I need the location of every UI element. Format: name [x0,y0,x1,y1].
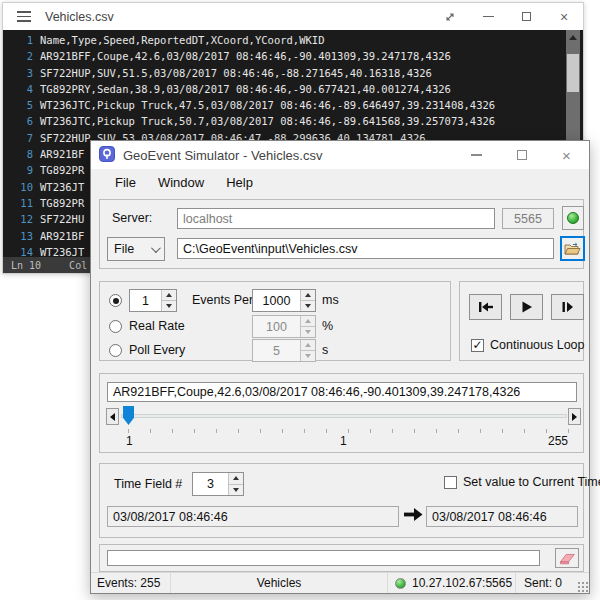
line-number: 5 [3,97,33,113]
poll-unit-label: s [322,343,328,357]
time-to-input[interactable]: 03/08/2017 08:46:46 [426,506,578,527]
event-slider-track[interactable] [121,414,567,418]
spin-down-icon[interactable] [162,301,176,311]
server-host-input[interactable]: localhost [177,208,495,229]
geoevent-simulator-window: GeoEvent Simulator - Vehicles.csv × File… [90,140,590,594]
sim-status-bar: Events: 255 Vehicles 10.27.102.67:5565 S… [91,572,589,593]
maximize-icon[interactable] [499,141,544,169]
arrow-right-icon [404,508,423,524]
set-current-time-checkbox[interactable] [444,476,457,489]
menu-help[interactable]: Help [215,172,264,193]
spin-up-icon[interactable] [229,473,243,485]
line-text: SF722HUP,SUV,51.5,03/08/2017 08:46:46,-8… [40,65,432,81]
status-address: 10.27.102.67:5565 [412,576,512,590]
server-port-input[interactable]: 5565 [502,208,554,229]
csv-line: 5WT236JTC,Pickup Truck,47.5,03/08/2017 0… [3,97,583,113]
play-icon [521,301,533,313]
minimize-icon[interactable] [481,10,495,24]
line-text: AR921BFF,Coupe,42.6,03/08/2017 08:46:46,… [40,48,451,64]
status-events: Events: 255 [91,573,171,593]
csv-line: 4TG892PRY,Sedan,38.9,03/08/2017 08:46:46… [3,81,583,97]
clear-button[interactable] [555,548,579,568]
source-type-dropdown[interactable]: File [107,237,165,261]
line-number: 4 [3,81,33,97]
maximize-icon[interactable] [519,10,533,24]
csv-line: 2AR921BFF,Coupe,42.6,03/08/2017 08:46:46… [3,48,583,64]
step-forward-button[interactable] [551,294,584,320]
csv-window-title: Vehicles.csv [45,10,114,24]
time-from-input[interactable]: 03/08/2017 08:46:46 [107,506,399,527]
current-event-input[interactable]: AR921BFF,Coupe,42.6,03/08/2017 08:46:46,… [107,382,577,402]
slider-left-button[interactable] [106,408,119,425]
line-text: WT236JT [40,179,84,195]
chevron-down-icon [151,243,161,253]
interval-spinner[interactable]: 1000 [252,289,316,312]
skip-to-start-button[interactable] [469,294,502,320]
line-number: 10 [3,179,33,195]
resize-grip[interactable] [577,581,589,593]
spin-up-icon[interactable] [301,290,315,301]
triangle-right-icon [572,413,577,421]
slider-right-button[interactable] [568,408,581,425]
play-button[interactable] [510,294,543,320]
sim-window-controls: × [454,141,589,169]
hamburger-menu-icon[interactable] [17,11,31,22]
minimize-icon[interactable] [454,141,499,169]
connected-icon [567,212,579,224]
poll-spinner: 5 [252,339,316,362]
poll-every-radio[interactable] [109,344,122,357]
connected-icon [395,578,406,589]
interval-unit-label: ms [322,293,339,307]
line-number: 8 [3,146,33,162]
expand-icon[interactable] [443,10,457,24]
real-rate-radio[interactable] [109,320,122,333]
line-text: TG892PR [40,162,84,178]
spin-down-icon[interactable] [301,301,315,311]
geoevent-logo-icon [99,146,115,165]
spin-up-icon[interactable] [162,290,176,301]
browse-file-button[interactable] [560,236,585,261]
skip-to-start-icon [478,301,494,313]
set-current-time-label: Set value to Current Time [463,475,600,489]
time-field-spinner[interactable]: 3 [192,472,244,496]
real-rate-label: Real Rate [129,319,185,333]
connection-status-button[interactable] [562,206,584,230]
line-number: 9 [3,162,33,178]
line-text: Name,Type,Speed,ReportedDT,XCoord,YCoord… [40,32,324,48]
scrollbar-thumb[interactable] [567,54,579,92]
playback-group: ✓ Continuous Loop [459,281,584,361]
continuous-loop-checkbox[interactable]: ✓ [471,339,484,352]
csv-line: 3SF722HUP,SUV,51.5,03/08/2017 08:46:46,-… [3,65,583,81]
spin-down-icon[interactable] [229,485,243,496]
sim-titlebar: GeoEvent Simulator - Vehicles.csv × [91,141,589,169]
line-text: AR921BF [40,146,84,162]
sim-menubar: File Window Help [91,169,589,195]
csv-line: 6WT236JTC,Pickup Truck,50.7,03/08/2017 0… [3,113,583,129]
events-count-spinner[interactable]: 1 [129,289,177,312]
status-sent: Sent: 0 [516,573,574,593]
line-number: 6 [3,113,33,129]
menu-window[interactable]: Window [147,172,215,193]
source-type-value: File [114,242,134,256]
line-number: 13 [3,228,33,244]
line-number: 7 [3,130,33,146]
close-icon[interactable]: × [557,10,571,24]
real-rate-spinner: 100 [252,315,316,338]
time-field-label: Time Field # [114,477,182,491]
file-path-input[interactable]: C:\GeoEvent\input\Vehicles.csv [177,238,554,259]
events-per-radio[interactable] [109,294,122,307]
line-number: 11 [3,195,33,211]
triangle-left-icon [110,413,115,421]
events-per-label: Events Per [192,293,253,307]
csv-line: 1Name,Type,Speed,ReportedDT,XCoord,YCoor… [3,32,583,48]
scroll-up-icon[interactable] [569,35,577,40]
slider-max-label: 255 [548,434,568,448]
close-icon[interactable]: × [544,141,589,169]
line-number: 3 [3,65,33,81]
menu-file[interactable]: File [104,172,147,193]
slider-mid-label: 1 [340,434,347,448]
line-number: 2 [3,48,33,64]
line-text: TG892PR [40,195,84,211]
status-connection: 10.27.102.67:5565 [388,573,516,593]
event-slider-thumb[interactable] [123,406,134,425]
